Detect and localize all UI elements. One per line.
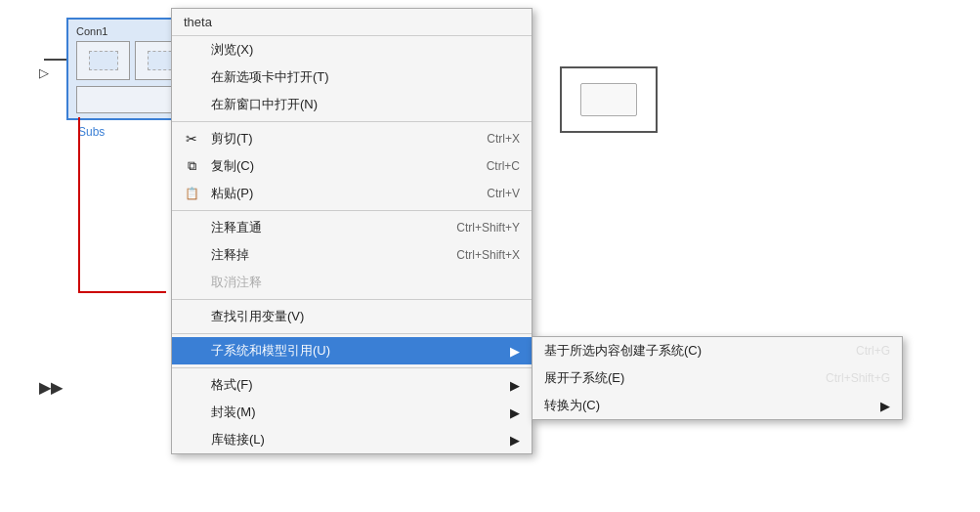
- submenu-arrow-format: ▶: [510, 378, 520, 393]
- separator-2: [172, 210, 532, 211]
- submenu-item-expand-subsystem[interactable]: 展开子系统(E) Ctrl+Shift+G: [533, 364, 902, 392]
- block-sublabel: Subs: [78, 125, 105, 139]
- context-menu: theta 浏览(X) 在新选项卡中打开(T) 在新窗口中打开(N) 剪切(T)…: [171, 8, 533, 454]
- menu-item-encapsulate[interactable]: 封装(M) ▶: [172, 399, 532, 426]
- menu-item-comment-through[interactable]: 注释直通 Ctrl+Shift+Y: [172, 214, 532, 241]
- paste-icon: 📋: [182, 185, 201, 202]
- right-block[interactable]: [560, 66, 658, 133]
- menu-item-paste[interactable]: 📋 粘贴(P) Ctrl+V: [172, 180, 532, 207]
- menu-item-open-window[interactable]: 在新窗口中打开(N): [172, 91, 532, 118]
- left-conn-line: [44, 59, 68, 61]
- submenu-arrow-link: ▶: [510, 433, 520, 448]
- conn-label: Conn1: [76, 25, 107, 37]
- red-line-vertical: [78, 117, 80, 293]
- copy-icon: ⧉: [182, 157, 201, 175]
- separator-5: [172, 367, 532, 368]
- canvas-arrow: ▶▶: [39, 379, 63, 397]
- canvas-area: ▷ Conn1 Subs ▶▶ theta 浏览(X): [0, 0, 980, 512]
- menu-item-copy[interactable]: ⧉ 复制(C) Ctrl+C: [172, 152, 532, 180]
- submenu-arrow-encapsulate: ▶: [510, 405, 520, 420]
- menu-item-subsystem[interactable]: 子系统和模型引用(U) ▶ 基于所选内容创建子系统(C) Ctrl+G 展开子系…: [172, 337, 532, 364]
- separator-1: [172, 121, 532, 122]
- menu-item-browse[interactable]: 浏览(X): [172, 36, 532, 64]
- inner-block-left: [76, 41, 130, 80]
- menu-item-format[interactable]: 格式(F) ▶: [172, 371, 532, 399]
- menu-title: theta: [172, 9, 532, 36]
- red-line-horizontal: [78, 291, 166, 293]
- menu-item-link[interactable]: 库链接(L) ▶: [172, 426, 532, 453]
- right-block-inner: [580, 83, 637, 116]
- submenu-item-convert-to[interactable]: 转换为(C) ▶: [533, 392, 902, 419]
- submenu-arrow-subsystem: ▶: [510, 344, 520, 359]
- separator-4: [172, 333, 532, 334]
- menu-item-open-tab[interactable]: 在新选项卡中打开(T): [172, 64, 532, 91]
- menu-item-find-ref[interactable]: 查找引用变量(V): [172, 303, 532, 330]
- submenu-item-create-subsystem[interactable]: 基于所选内容创建子系统(C) Ctrl+G: [533, 337, 902, 364]
- separator-3: [172, 299, 532, 300]
- submenu-arrow-convert: ▶: [880, 399, 890, 413]
- menu-item-cut[interactable]: 剪切(T) Ctrl+X: [172, 125, 532, 152]
- menu-item-comment-out[interactable]: 注释掉 Ctrl+Shift+X: [172, 241, 532, 269]
- left-arrow-indicator: ▷: [39, 65, 49, 80]
- scissors-icon: [182, 130, 201, 148]
- submenu-subsystem: 基于所选内容创建子系统(C) Ctrl+G 展开子系统(E) Ctrl+Shif…: [532, 336, 903, 420]
- menu-item-cancel-comment: 取消注释: [172, 269, 532, 296]
